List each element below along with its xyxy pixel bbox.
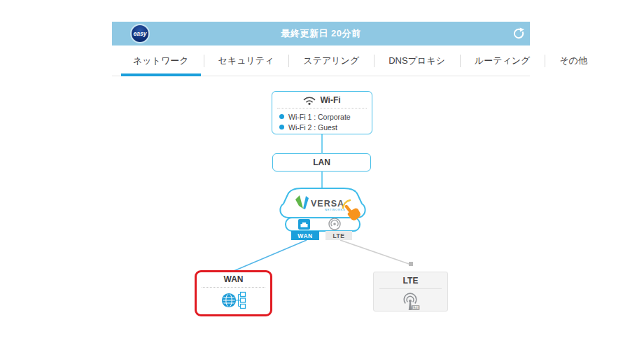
ssid-item-corporate: Wi-Fi 1 : Corporate: [272, 111, 372, 122]
tab-bar: ネットワーク セキュリティ ステアリング DNSプロキシ ルーティング その他: [112, 46, 530, 76]
ssid-label: Wi-Fi 2 : Guest: [288, 123, 337, 132]
wan-port-chip: WAN: [291, 231, 319, 240]
app-window: easy 最終更新日 20分前 ネットワーク セキュリティ ステアリング DNS…: [0, 0, 644, 343]
wifi-title-text: Wi-Fi: [320, 95, 340, 105]
bullet-icon: [279, 114, 284, 119]
hand-cursor-icon: [339, 197, 367, 225]
divider: [379, 288, 442, 289]
lte-node-title: LTE: [374, 272, 447, 286]
tab-dns-proxy[interactable]: DNSプロキシ: [374, 46, 460, 76]
tab-security[interactable]: セキュリティ: [204, 46, 289, 76]
wifi-node[interactable]: Wi-Fi Wi-Fi 1 : Corporate Wi-Fi 2 : Gues…: [272, 91, 372, 134]
lte-node[interactable]: LTE LTE: [373, 272, 448, 312]
divider: [277, 108, 367, 108]
last-updated-text: 最終更新日 20分前: [112, 22, 530, 46]
header-bar: easy 最終更新日 20分前: [112, 22, 530, 46]
wifi-icon: [303, 96, 316, 105]
tab-steering[interactable]: ステアリング: [288, 46, 374, 76]
wan-node-highlighted[interactable]: WAN: [195, 270, 272, 316]
ssid-label: Wi-Fi 1 : Corporate: [288, 113, 351, 121]
wan-node-title: WAN: [197, 272, 270, 284]
tab-other[interactable]: その他: [545, 46, 602, 76]
globe-network-icon: [221, 290, 246, 310]
refresh-button[interactable]: [512, 27, 525, 40]
lte-port-chip: LTE: [326, 231, 352, 240]
ssid-item-guest: Wi-Fi 2 : Guest: [272, 122, 372, 132]
refresh-icon: [512, 27, 525, 40]
bullet-icon: [279, 125, 284, 130]
tab-routing[interactable]: ルーティング: [460, 46, 545, 76]
ethernet-port-icon: [298, 219, 310, 230]
tab-network[interactable]: ネットワーク: [118, 46, 204, 76]
wifi-node-title: Wi-Fi: [272, 92, 372, 105]
lte-badge-text: LTE: [412, 306, 418, 309]
divider: [202, 287, 265, 288]
lte-antenna-icon: LTE: [400, 292, 421, 312]
lan-node[interactable]: LAN: [272, 153, 371, 172]
